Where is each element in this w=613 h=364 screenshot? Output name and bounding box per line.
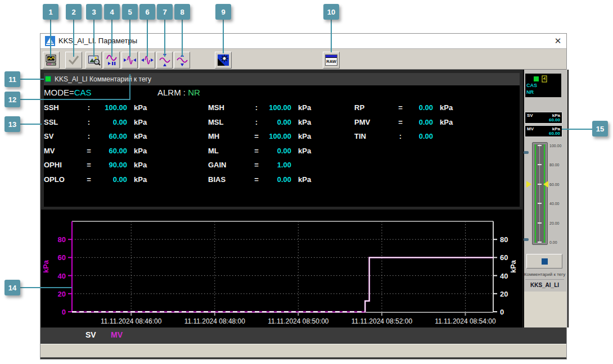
faceplate-mv-box[interactable]: MV kPa 60.00 [525, 125, 562, 137]
callout-badge-14: 14 [4, 280, 20, 295]
param-sep: = [84, 175, 93, 184]
param-label: PMV [354, 118, 396, 126]
close-button[interactable]: ✕ [552, 35, 564, 47]
faceplate-footer-area [524, 292, 566, 327]
svg-text:0: 0 [62, 308, 66, 316]
callout-line [164, 20, 165, 57]
callout-badge-7: 7 [157, 4, 173, 20]
param-unit: kPa [134, 147, 153, 155]
param-sep: : [252, 103, 261, 112]
screenshot-button[interactable] [43, 52, 60, 69]
param-val: 0.00 [405, 132, 433, 140]
gauge-green-rail-left [535, 144, 536, 243]
faceplate-sv-box[interactable]: SV kPa 60.00 [525, 112, 562, 124]
faceplate-button[interactable] [526, 254, 562, 269]
faceplate-mv-label: MV [527, 126, 534, 131]
param-val: 0.00 [261, 175, 291, 184]
param-column-2: MSH:100.00kPaMSL:0.00kPaMH=100.00kPaML=0… [208, 101, 317, 186]
gauge-tick-mark [538, 164, 542, 165]
svg-text:11.11.2024 08:52:00: 11.11.2024 08:52:00 [351, 317, 413, 325]
svg-text:60: 60 [500, 253, 508, 262]
callout-badge-13: 13 [4, 116, 20, 132]
param-unit: kPa [134, 161, 153, 169]
callout-badge-15: 15 [592, 121, 608, 136]
param-column-1: SSH:100.00kPaSSL:0.00kPaSV:60.00kPaMV=60… [44, 101, 153, 186]
param-label: SSL [44, 118, 84, 126]
callout-badge-6: 6 [139, 4, 155, 20]
gauge-tick-label: 100.00 [549, 144, 566, 148]
mode-label: MODE=CAS [44, 88, 92, 97]
param-label: TIN [354, 132, 396, 140]
recalc-icon [217, 53, 230, 67]
param-val: 60.00 [93, 147, 127, 155]
param-label: GAIN [208, 161, 252, 169]
param-row: GAIN=1.00 [208, 158, 317, 172]
callout-line [182, 20, 183, 57]
raw-button[interactable]: RAW [323, 52, 340, 69]
callout-badge-12: 12 [4, 92, 20, 107]
param-unit: kPa [298, 175, 317, 184]
legend-mv[interactable]: MV [111, 330, 123, 339]
param-val: 100.00 [261, 103, 291, 112]
param-label: MSH [208, 103, 252, 112]
param-label: MSL [208, 118, 252, 126]
callout-line [129, 74, 130, 100]
tag-header-text: KKS_AI_LI Комментарий к тегу [55, 73, 151, 85]
trend-chart[interactable]: 00202040406060808011.11.2024 08:46:0011.… [40, 211, 523, 327]
faceplate-sv-value: 60.00 [549, 117, 560, 122]
callout-line [50, 20, 51, 57]
param-sep: = [84, 147, 93, 155]
param-val: 1.00 [261, 161, 291, 169]
param-unit: kPa [134, 103, 153, 112]
param-sep: = [396, 118, 405, 126]
raw-icon-label: RAW [326, 58, 337, 65]
param-unit: kPa [298, 103, 317, 112]
gauge-tick-label: 80.00 [549, 163, 566, 167]
param-val: 0.00 [93, 118, 127, 126]
param-label: BIAS [208, 175, 252, 184]
svg-text:20: 20 [500, 290, 508, 298]
param-val: 100.00 [93, 103, 127, 112]
param-row: MSL:0.00kPa [208, 115, 317, 130]
param-unit: kPa [440, 103, 459, 112]
param-row: RP=0.00kPa [354, 101, 459, 115]
svg-text:80: 80 [58, 235, 66, 244]
param-row: MH=100.00kPa [208, 129, 317, 144]
svg-text:kPa: kPa [42, 260, 50, 273]
callout-badge-10: 10 [323, 4, 339, 20]
param-row: MSH:100.00kPa [208, 101, 317, 115]
window-title: KKS_AI_LI. Параметры [58, 37, 137, 45]
callout-line [129, 20, 130, 57]
param-val: 0.00 [261, 118, 291, 126]
gauge-tick-label: 0.00 [549, 240, 566, 244]
gauge-pointer-right[interactable] [543, 181, 548, 188]
svg-text:80: 80 [500, 235, 508, 244]
callout-line [111, 20, 112, 57]
screenshot-canvas: KKS_AI_LI. Параметры ✕ [0, 0, 613, 364]
faceplate-mv-value: 60.00 [549, 131, 560, 136]
param-row: BIAS=0.00kPa [208, 172, 317, 187]
faceplate-button-square-icon [542, 258, 548, 265]
param-unit: kPa [298, 118, 317, 126]
legend-sv[interactable]: SV [85, 330, 96, 339]
gauge-tick-mark [538, 222, 542, 224]
callout-line [73, 20, 74, 57]
param-row: TIN:0.00 [354, 129, 459, 144]
param-unit: kPa [298, 147, 317, 155]
svg-text:0: 0 [500, 308, 504, 316]
param-val: 60.00 [93, 132, 127, 140]
faceplate-sv-label: SV [527, 113, 533, 118]
gauge-pointer-left[interactable] [526, 181, 531, 188]
recalc-button[interactable] [215, 52, 232, 69]
callout-line [147, 20, 148, 57]
gauge-tick-mark [538, 242, 542, 243]
param-row: SSL:0.00kPa [44, 115, 153, 130]
callout-badge-2: 2 [66, 4, 82, 20]
param-row: SV:60.00kPa [44, 129, 153, 144]
alarm-label: ALRM : NR [157, 88, 200, 97]
param-sep: = [84, 161, 93, 169]
param-unit: kPa [298, 132, 317, 140]
note-icon [542, 75, 548, 83]
faceplate-alarm: NR [526, 89, 534, 95]
param-unit: kPa [134, 132, 153, 140]
